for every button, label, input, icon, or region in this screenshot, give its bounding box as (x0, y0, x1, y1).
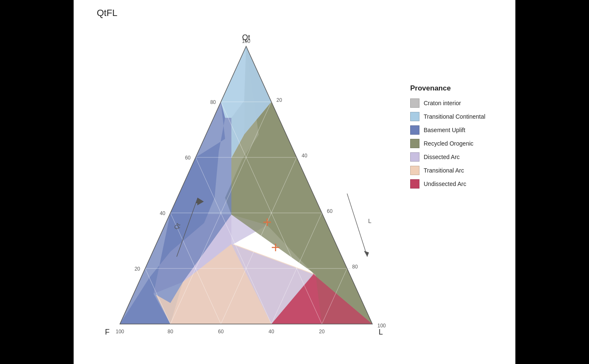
legend-label-transitional-arc: Transitional Arc (424, 167, 464, 174)
qt-tick-40: 40 (160, 210, 166, 216)
qt-tick-80: 80 (210, 99, 216, 105)
legend-swatch-basement (410, 125, 419, 135)
legend-title: Provenance (410, 84, 515, 93)
l-tick-80: 80 (352, 264, 358, 270)
chart-title: QtFL (97, 8, 117, 19)
svg-line-31 (347, 194, 367, 257)
legend-item-undissected: Undissected Arc (410, 179, 515, 189)
base-tick-40: 40 (268, 329, 274, 335)
legend-swatch-dissected (410, 152, 419, 162)
l-axis-label: L (368, 218, 371, 224)
legend-label-recycled: Recycled Orogenic (424, 140, 473, 147)
legend-swatch-craton (410, 98, 419, 108)
legend-item-recycled: Recycled Orogenic (410, 139, 515, 148)
legend-item-transitional-arc: Transitional Arc (410, 166, 515, 175)
l-tick-60: 60 (327, 208, 333, 214)
svg-marker-32 (364, 251, 369, 257)
base-tick-20: 20 (319, 329, 325, 335)
qt-tick-20: 20 (135, 266, 141, 272)
legend-item-dissected: Dissected Arc (410, 152, 515, 162)
l-axis-arrow: L (347, 194, 371, 257)
legend-swatch-undissected (410, 179, 419, 189)
legend-label-undissected: Undissected Arc (424, 181, 466, 187)
qt-tick-60: 60 (185, 155, 191, 161)
base-tick-60: 60 (218, 329, 224, 335)
base-tick-80: 80 (167, 329, 173, 335)
legend-item-basement: Basement Uplift (410, 125, 515, 135)
legend-swatch-recycled (410, 139, 419, 148)
legend: Provenance Craton interior Transitional … (410, 84, 515, 193)
left-corner-label: F (105, 328, 110, 336)
legend-label-craton: Craton interior (424, 100, 461, 106)
base-tick-100: 100 (116, 329, 124, 335)
right-corner-label: L (379, 328, 383, 336)
legend-label-trans-cont: Transitional Continental (424, 113, 486, 120)
l-tick-40: 40 (302, 153, 308, 159)
apex-label: Qt (242, 33, 250, 42)
ternary-plot: 80 60 40 20 20 40 60 80 100 80 60 40 20 … (86, 29, 406, 341)
l-tick-20: 20 (276, 97, 282, 103)
legend-item-trans-cont: Transitional Continental (410, 112, 515, 121)
legend-item-craton: Craton interior (410, 98, 515, 108)
legend-swatch-trans-cont (410, 112, 419, 121)
legend-swatch-transitional-arc (410, 166, 419, 175)
legend-label-dissected: Dissected Arc (424, 154, 460, 160)
legend-label-basement: Basement Uplift (424, 127, 465, 133)
